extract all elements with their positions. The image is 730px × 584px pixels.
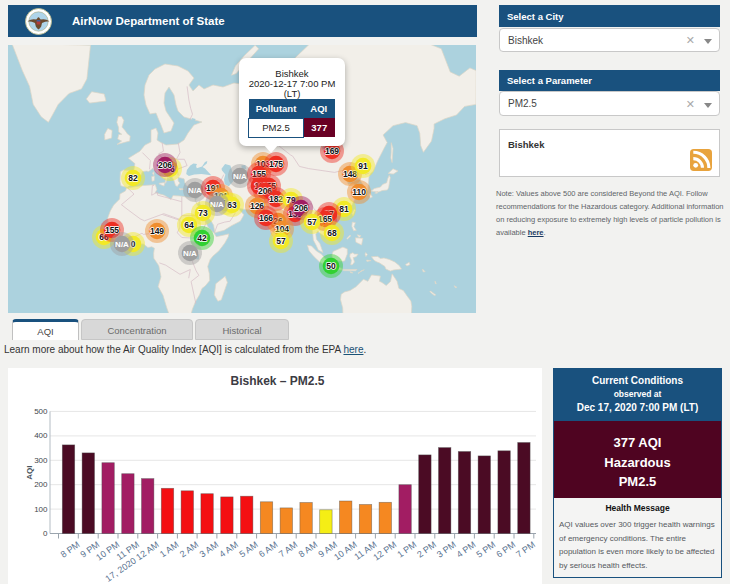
svg-text:110: 110: [352, 187, 366, 197]
svg-text:100: 100: [34, 505, 48, 514]
svg-text:6 AM: 6 AM: [257, 539, 280, 559]
svg-text:5 AM: 5 AM: [237, 539, 260, 559]
svg-text:175: 175: [269, 159, 283, 169]
svg-text:73: 73: [198, 208, 208, 218]
svg-text:149: 149: [150, 226, 164, 236]
svg-text:2 PM: 2 PM: [415, 539, 438, 559]
svg-text:3 PM: 3 PM: [435, 539, 458, 559]
svg-text:1 PM: 1 PM: [395, 539, 418, 559]
svg-text:4 PM: 4 PM: [455, 539, 478, 559]
svg-text:5 PM: 5 PM: [474, 539, 497, 559]
svg-text:2 AM: 2 AM: [178, 539, 201, 559]
svg-text:N/A: N/A: [188, 186, 202, 195]
svg-text:206: 206: [158, 160, 172, 170]
svg-text:57: 57: [276, 236, 286, 246]
svg-text:64: 64: [184, 220, 194, 230]
svg-text:91: 91: [358, 161, 368, 171]
svg-text:1 AM: 1 AM: [158, 539, 181, 559]
svg-text:N/A: N/A: [183, 249, 197, 258]
svg-text:4 AM: 4 AM: [218, 539, 241, 559]
svg-text:12 PM: 12 PM: [371, 539, 398, 562]
svg-text:8 PM: 8 PM: [59, 539, 82, 559]
svg-text:166: 166: [259, 213, 273, 223]
svg-text:200: 200: [34, 480, 48, 489]
svg-text:3 AM: 3 AM: [198, 539, 221, 559]
svg-text:6 PM: 6 PM: [494, 539, 517, 559]
svg-text:400: 400: [34, 431, 48, 440]
svg-text:57: 57: [307, 217, 317, 227]
svg-text:300: 300: [34, 456, 48, 465]
svg-text:7 PM: 7 PM: [514, 539, 537, 559]
svg-text:0: 0: [43, 529, 48, 538]
svg-text:N/A: N/A: [233, 172, 247, 181]
svg-text:169: 169: [325, 146, 339, 156]
svg-text:10 AM: 10 AM: [332, 539, 359, 562]
svg-text:50: 50: [326, 261, 336, 271]
svg-text:500: 500: [34, 407, 48, 416]
svg-text:N/A: N/A: [115, 240, 129, 249]
svg-text:82: 82: [128, 173, 138, 183]
svg-text:42: 42: [197, 233, 207, 243]
svg-text:Bishkek – PM2.5: Bishkek – PM2.5: [230, 374, 324, 388]
svg-text:AQI: AQI: [25, 465, 34, 479]
svg-text:7 AM: 7 AM: [277, 539, 300, 559]
svg-text:8 AM: 8 AM: [297, 539, 320, 559]
svg-text:68: 68: [327, 228, 337, 238]
